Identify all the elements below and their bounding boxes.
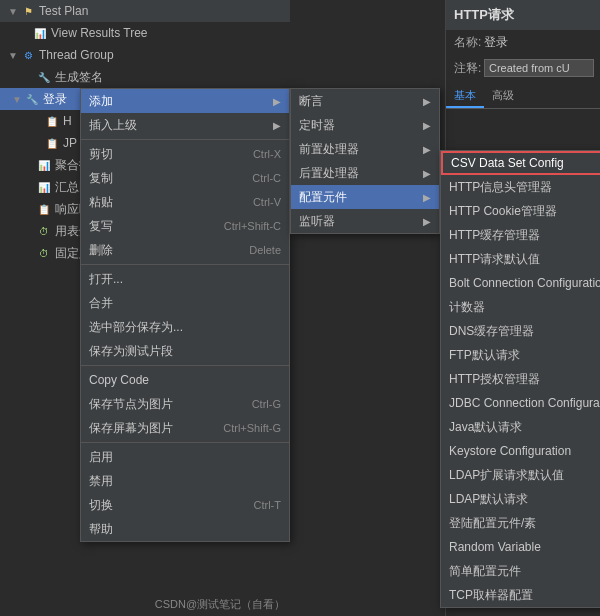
tree-item-test-plan[interactable]: ▼ ⚑ Test Plan (0, 0, 290, 22)
test-plan-icon: ⚑ (20, 3, 36, 19)
submenu3-http-cache[interactable]: HTTP缓存管理器 (441, 223, 600, 247)
menu-item-toggle[interactable]: 切换 Ctrl-T (81, 493, 289, 517)
menu-item-copy[interactable]: 复制 Ctrl-C (81, 166, 289, 190)
menu-item-insert-parent[interactable]: 插入上级 ▶ (81, 113, 289, 137)
tab-label: 基本 (454, 89, 476, 101)
submenu3-ftp-default[interactable]: FTP默认请求 (441, 343, 600, 367)
menu-item-save-screen-img[interactable]: 保存屏幕为图片 Ctrl+Shift-G (81, 416, 289, 440)
menu-divider (81, 442, 289, 443)
menu-item-label: HTTP请求默认值 (449, 251, 540, 268)
menu-item-shortcut: Ctrl-C (252, 172, 281, 184)
menu-item-help[interactable]: 帮助 (81, 517, 289, 541)
submenu3-csv-data-set[interactable]: CSV Data Set Config (441, 151, 600, 175)
menu-item-cut[interactable]: 剪切 Ctrl-X (81, 142, 289, 166)
menu-item-label: 配置元件 (299, 189, 347, 206)
submenu-level2: 断言 ▶ 定时器 ▶ 前置处理器 ▶ 后置处理器 ▶ 配置元件 ▶ 监听器 ▶ (290, 88, 440, 234)
menu-item-label: 前置处理器 (299, 141, 359, 158)
menu-item-label: LDAP默认请求 (449, 491, 528, 508)
menu-item-label: 禁用 (89, 473, 113, 490)
menu-item-shortcut: Ctrl-X (253, 148, 281, 160)
menu-divider (81, 365, 289, 366)
menu-item-delete[interactable]: 删除 Delete (81, 238, 289, 262)
submenu-level3-config: CSV Data Set Config HTTP信息头管理器 HTTP Cook… (440, 150, 600, 608)
menu-item-disable[interactable]: 禁用 (81, 469, 289, 493)
listener-icon: 📊 (36, 157, 52, 173)
tree-item-label: 登录 (43, 91, 67, 108)
tree-item-label: Thread Group (39, 48, 114, 62)
expand-arrow: ▼ (8, 50, 20, 61)
config-icon: 📋 (36, 201, 52, 217)
menu-item-label: 帮助 (89, 521, 113, 538)
submenu3-http-cookie[interactable]: HTTP Cookie管理器 (441, 199, 600, 223)
menu-item-shortcut: Ctrl+Shift-G (223, 422, 281, 434)
sampler-icon: 🔧 (24, 91, 40, 107)
submenu-arrow-icon: ▶ (423, 144, 431, 155)
menu-item-label: Java默认请求 (449, 419, 522, 436)
menu-item-duplicate[interactable]: 复写 Ctrl+Shift-C (81, 214, 289, 238)
menu-item-add[interactable]: 添加 ▶ (81, 89, 289, 113)
submenu3-java-default[interactable]: Java默认请求 (441, 415, 600, 439)
submenu3-login-config[interactable]: 登陆配置元件/素 (441, 511, 600, 535)
menu-item-label: HTTP缓存管理器 (449, 227, 540, 244)
tree-item-view-results[interactable]: 📊 View Results Tree (0, 22, 290, 44)
submenu3-ldap-default[interactable]: LDAP默认请求 (441, 487, 600, 511)
tabs-row: 基本 高级 (446, 85, 600, 109)
menu-item-label: DNS缓存管理器 (449, 323, 534, 340)
menu-item-shortcut: Delete (249, 244, 281, 256)
menu-item-open[interactable]: 打开... (81, 267, 289, 291)
submenu3-dns-cache[interactable]: DNS缓存管理器 (441, 319, 600, 343)
submenu3-keystore[interactable]: Keystore Configuration (441, 439, 600, 463)
tree-item-label: H (63, 114, 72, 128)
submenu-arrow-icon: ▶ (423, 120, 431, 131)
menu-item-label: 打开... (89, 271, 123, 288)
menu-item-label: TCP取样器配置 (449, 587, 533, 604)
menu-item-paste[interactable]: 粘贴 Ctrl-V (81, 190, 289, 214)
menu-item-label: JDBC Connection Configuration (449, 396, 600, 410)
submenu3-http-auth[interactable]: HTTP授权管理器 (441, 367, 600, 391)
comment-field-input[interactable] (484, 59, 594, 77)
menu-item-merge[interactable]: 合并 (81, 291, 289, 315)
tab-advanced[interactable]: 高级 (484, 85, 522, 108)
submenu2-pre-processor[interactable]: 前置处理器 ▶ (291, 137, 439, 161)
submenu2-post-processor[interactable]: 后置处理器 ▶ (291, 161, 439, 185)
tree-item-thread-group[interactable]: ▼ ⚙ Thread Group (0, 44, 290, 66)
menu-item-save-node-img[interactable]: 保存节点为图片 Ctrl-G (81, 392, 289, 416)
config-icon: 📋 (44, 135, 60, 151)
menu-item-label: 删除 (89, 242, 113, 259)
tree-item-label: 生成签名 (55, 69, 103, 86)
context-menu: 添加 ▶ 插入上级 ▶ 剪切 Ctrl-X 复制 Ctrl-C 粘贴 Ctrl-… (80, 88, 290, 542)
menu-item-label: Random Variable (449, 540, 541, 554)
submenu3-counter[interactable]: 计数器 (441, 295, 600, 319)
submenu3-ldap-ext[interactable]: LDAP扩展请求默认值 (441, 463, 600, 487)
menu-item-shortcut: Ctrl-V (253, 196, 281, 208)
tab-label: 高级 (492, 89, 514, 101)
menu-item-label: 后置处理器 (299, 165, 359, 182)
menu-item-label: 保存为测试片段 (89, 343, 173, 360)
menu-item-label: CSV Data Set Config (451, 156, 564, 170)
submenu3-http-header[interactable]: HTTP信息头管理器 (441, 175, 600, 199)
menu-item-enable[interactable]: 启用 (81, 445, 289, 469)
tab-basic[interactable]: 基本 (446, 85, 484, 108)
submenu3-bolt-connection[interactable]: Bolt Connection Configuration (441, 271, 600, 295)
submenu3-http-default[interactable]: HTTP请求默认值 (441, 247, 600, 271)
submenu-arrow-icon: ▶ (423, 192, 431, 203)
menu-item-save-part[interactable]: 选中部分保存为... (81, 315, 289, 339)
right-panel-title: HTTP请求 (446, 0, 600, 30)
menu-item-label: 定时器 (299, 117, 335, 134)
submenu2-timer[interactable]: 定时器 ▶ (291, 113, 439, 137)
timer-icon: ⏱ (36, 223, 52, 239)
menu-item-shortcut: Ctrl+Shift-C (224, 220, 281, 232)
menu-item-label: HTTP信息头管理器 (449, 179, 552, 196)
submenu2-config-element[interactable]: 配置元件 ▶ (291, 185, 439, 209)
submenu3-simple-config[interactable]: 简单配置元件 (441, 559, 600, 583)
submenu2-listener[interactable]: 监听器 ▶ (291, 209, 439, 233)
menu-item-copy-code[interactable]: Copy Code (81, 368, 289, 392)
tree-item-gen-sig[interactable]: 🔧 生成签名 (0, 66, 290, 88)
menu-item-label: LDAP扩展请求默认值 (449, 467, 564, 484)
submenu3-random-variable[interactable]: Random Variable (441, 535, 600, 559)
thread-icon: ⚙ (20, 47, 36, 63)
submenu3-jdbc-connection[interactable]: JDBC Connection Configuration (441, 391, 600, 415)
submenu3-tcp-sampler[interactable]: TCP取样器配置 (441, 583, 600, 607)
submenu2-assertion[interactable]: 断言 ▶ (291, 89, 439, 113)
menu-item-save-fragment[interactable]: 保存为测试片段 (81, 339, 289, 363)
